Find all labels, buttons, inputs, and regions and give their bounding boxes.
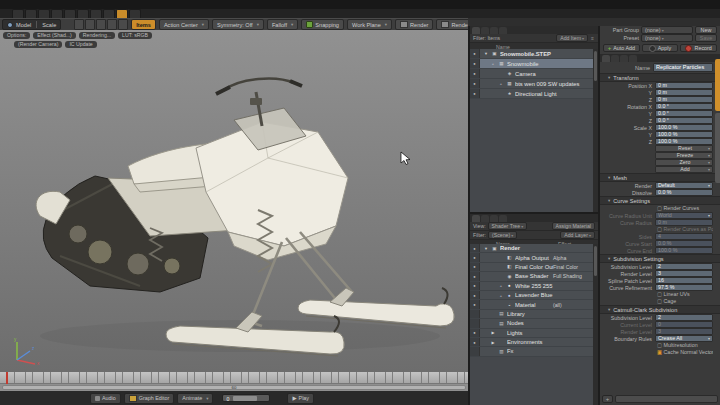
layout-tab[interactable]: [38, 9, 50, 18]
property-row[interactable]: Curve Radius UnitWorld: [600, 212, 720, 219]
property-row[interactable]: Scale X100.0 %: [600, 124, 720, 131]
layout-tab[interactable]: [64, 9, 76, 18]
property-value[interactable]: Cage: [655, 299, 713, 305]
property-row[interactable]: Boundary RulesCrease All: [600, 335, 720, 342]
property-row[interactable]: Subdivision Level2: [600, 314, 720, 321]
visibility-eye-icon[interactable]: ●: [470, 59, 480, 68]
layout-tab[interactable]: [129, 9, 141, 18]
property-row[interactable]: Y0 m: [600, 89, 720, 96]
property-row[interactable]: Zero: [600, 159, 720, 166]
shader-row[interactable]: ● ◧ Final Color Output Final Color: [470, 263, 593, 272]
property-row[interactable]: Render Level3: [600, 328, 720, 335]
property-value[interactable]: 0 m: [655, 219, 713, 227]
property-row[interactable]: Dissolve0.0 %: [600, 189, 720, 196]
panel-tab[interactable]: [602, 55, 610, 62]
property-row[interactable]: Cache Normal Vectors: [600, 349, 720, 356]
panel-tab[interactable]: [499, 215, 507, 222]
property-row[interactable]: Spline Patch Level16: [600, 277, 720, 284]
property-row[interactable]: Curve Radius0 m: [600, 219, 720, 226]
view-mode-dropdown[interactable]: Shader Tree: [488, 222, 528, 230]
section-subdivision-settings[interactable]: Subdivision Settings: [600, 254, 720, 263]
assign-material-button[interactable]: Assign Material: [552, 222, 595, 230]
visibility-eye-icon[interactable]: ●: [470, 272, 480, 280]
expand-arrow-icon[interactable]: +: [498, 293, 504, 298]
property-row[interactable]: Subdivision Level2: [600, 263, 720, 270]
falloff-dropdown[interactable]: Falloff: [267, 19, 298, 30]
selection-mode-icon[interactable]: [96, 19, 106, 30]
layer-effect[interactable]: [553, 291, 593, 299]
3d-viewport[interactable]: Options: Effect (Shad...) Rendering... L…: [0, 30, 468, 372]
add-item-dropdown[interactable]: Add Item: [556, 34, 588, 42]
layer-effect[interactable]: [553, 310, 593, 318]
layer-effect[interactable]: [553, 338, 593, 346]
expand-arrow-icon[interactable]: ▶: [490, 330, 496, 335]
shader-row[interactable]: ● ▶ Environments: [470, 338, 593, 347]
layout-tab[interactable]: [12, 9, 24, 18]
item-row[interactable]: ● + ▦ Snowmobile: [470, 59, 593, 69]
expand-arrow-icon[interactable]: +: [498, 283, 504, 288]
layer-effect[interactable]: [553, 329, 593, 337]
layout-tab[interactable]: [77, 9, 89, 18]
property-row[interactable]: Y100.0 %: [600, 131, 720, 138]
audio-button[interactable]: Audio: [90, 393, 121, 404]
new-part-group-button[interactable]: New: [695, 26, 717, 34]
expand-arrow-icon[interactable]: +: [498, 81, 504, 86]
current-frame-field[interactable]: 0: [222, 394, 270, 402]
scene-filter-dropdown[interactable]: (Scene): [488, 231, 517, 239]
property-row[interactable]: Z0.0 °: [600, 117, 720, 124]
property-row[interactable]: Freeze: [600, 152, 720, 159]
scale-button[interactable]: Scale: [42, 22, 56, 28]
shader-row[interactable]: ▤ Nodes: [470, 319, 593, 328]
property-row[interactable]: Curve End100.0 %: [600, 247, 720, 254]
layout-tab[interactable]: [116, 9, 128, 18]
visibility-eye-icon[interactable]: [470, 310, 480, 318]
lut-dropdown[interactable]: LUT: sRGB: [118, 32, 152, 39]
action-center-dropdown[interactable]: Action Center: [159, 19, 209, 30]
property-row[interactable]: Current Level0: [600, 321, 720, 328]
item-name-field[interactable]: Replicator Particles: [653, 63, 713, 72]
visibility-eye-icon[interactable]: ●: [470, 329, 480, 337]
visibility-eye-icon[interactable]: ●: [470, 253, 480, 261]
playhead[interactable]: [6, 372, 8, 384]
panel-tab[interactable]: [472, 27, 480, 34]
layout-tab[interactable]: [103, 9, 115, 18]
property-row[interactable]: Render Level3: [600, 270, 720, 277]
visibility-eye-icon[interactable]: ●: [470, 89, 480, 98]
property-row[interactable]: Render Curves: [600, 205, 720, 212]
graph-editor-button[interactable]: Graph Editor: [124, 393, 175, 404]
property-row[interactable]: Rotation X0.0 °: [600, 103, 720, 110]
visibility-eye-icon[interactable]: [470, 347, 480, 355]
property-value[interactable]: Render Curves as Polygons: [655, 227, 713, 233]
section-catmull-clark[interactable]: Catmull-Clark Subdivision: [600, 305, 720, 314]
expand-arrow-icon[interactable]: ▼: [483, 246, 489, 251]
symmetry-dropdown[interactable]: Symmetry: Off: [212, 19, 264, 30]
visibility-eye-icon[interactable]: ●: [470, 79, 480, 88]
visibility-eye-icon[interactable]: ●: [470, 244, 480, 252]
selection-mode-icon[interactable]: [85, 19, 95, 30]
visibility-eye-icon[interactable]: ●: [470, 291, 480, 299]
panel-tab[interactable]: [490, 215, 498, 222]
property-row[interactable]: Position X0 m: [600, 82, 720, 89]
preset-dropdown[interactable]: (none): [641, 34, 693, 42]
property-value[interactable]: Add: [655, 166, 713, 174]
panel-tab[interactable]: [472, 215, 480, 222]
property-row[interactable]: Add: [600, 166, 720, 173]
filter-items-dropdown[interactable]: Filter: Items: [473, 35, 500, 41]
panel-tab[interactable]: [490, 27, 498, 34]
layer-effect[interactable]: [553, 347, 593, 355]
property-row[interactable]: Linear UVs: [600, 291, 720, 298]
property-row[interactable]: Y0.0 °: [600, 110, 720, 117]
layer-effect[interactable]: Alpha: [553, 253, 593, 261]
part-group-dropdown[interactable]: (none): [641, 26, 693, 34]
layer-effect[interactable]: [553, 244, 593, 252]
property-row[interactable]: Reset: [600, 145, 720, 152]
play-button[interactable]: ▶Play: [287, 393, 314, 404]
shader-row[interactable]: ▤ Library: [470, 310, 593, 319]
rendering-status-button[interactable]: Rendering...: [79, 32, 115, 39]
selection-mode-icon[interactable]: [118, 19, 128, 30]
section-curve-settings[interactable]: Curve Settings: [600, 196, 720, 205]
frame-scrub-thumb[interactable]: [233, 396, 257, 401]
animate-dropdown[interactable]: Animate: [177, 393, 213, 404]
visibility-eye-icon[interactable]: ●: [470, 300, 480, 308]
property-row[interactable]: RenderDefault: [600, 182, 720, 189]
